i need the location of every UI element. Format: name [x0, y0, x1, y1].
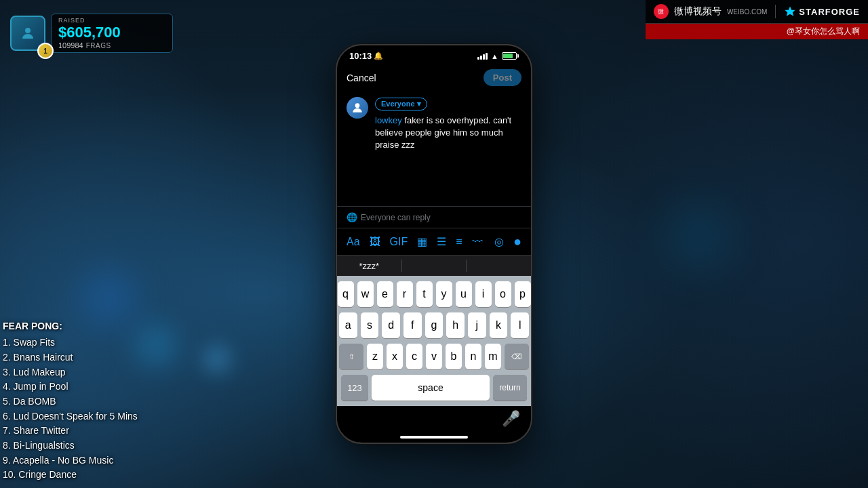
key-a[interactable]: a	[339, 312, 357, 338]
key-n[interactable]: n	[465, 344, 481, 369]
emoji-icon[interactable]: ☺	[348, 410, 363, 428]
bokeh-1	[81, 271, 136, 325]
key-p[interactable]: p	[515, 281, 531, 307]
sentinel-text: @琴女你怎么骂人啊	[787, 26, 860, 36]
key-z[interactable]: z	[367, 344, 383, 369]
bokeh-3	[203, 346, 231, 373]
key-u[interactable]: u	[456, 281, 472, 307]
key-g[interactable]: g	[425, 312, 443, 338]
signal-bar-1	[477, 57, 479, 60]
fear-pong-item-1: 1. Swap Fits	[3, 336, 138, 350]
key-x[interactable]: x	[387, 344, 403, 369]
hud-raised-label: RAISED	[58, 17, 165, 24]
battery-icon	[502, 52, 519, 60]
list-icon[interactable]: ☰	[437, 235, 446, 248]
key-d[interactable]: d	[382, 312, 400, 338]
chevron-down-icon: ▾	[417, 100, 421, 108]
key-o[interactable]: o	[495, 281, 511, 307]
fear-pong-item-3: 3. Lud Makeup	[3, 365, 138, 380]
fear-pong-item-8: 8. Bi-Lingualstics	[3, 439, 138, 453]
signal-bars	[477, 53, 488, 60]
phone: 10:13 🔔 ▲	[336, 44, 532, 444]
key-t[interactable]: t	[416, 281, 433, 307]
status-left: 10:13 🔔	[349, 51, 383, 61]
key-i[interactable]: i	[475, 281, 492, 307]
weibo-url: WEIBO.COM	[727, 8, 767, 16]
fear-pong-item-2: 2. Bnans Haircut	[3, 350, 138, 365]
audience-selector[interactable]: Everyone ▾	[375, 98, 427, 110]
home-indicator	[400, 436, 468, 439]
key-return[interactable]: return	[493, 375, 527, 401]
hud-topleft: 1 RAISED $605,700 109984 FRAGS	[10, 14, 173, 53]
key-k[interactable]: k	[490, 312, 508, 338]
tweet-header: Cancel Post	[337, 64, 531, 92]
fear-pong-item-4: 4. Jump in Pool	[3, 380, 138, 394]
signal-bar-2	[480, 56, 482, 60]
key-l[interactable]: l	[511, 312, 529, 338]
tweet-mention: lowkey	[375, 115, 402, 125]
header-right: Post	[484, 69, 521, 86]
hud-frags-count: 109984	[58, 41, 83, 49]
cancel-button[interactable]: Cancel	[347, 73, 376, 83]
image-format-icon[interactable]: Aa	[347, 236, 360, 248]
hud-info: RAISED $605,700 109984 FRAGS	[51, 14, 173, 53]
hud-frags-label: FRAGS	[86, 42, 111, 49]
key-r[interactable]: r	[397, 281, 413, 307]
waveform-icon[interactable]: 〰	[472, 236, 483, 248]
phone-screen: 10:13 🔔 ▲	[337, 45, 531, 443]
battery-tip	[517, 54, 519, 58]
key-space[interactable]: space	[372, 375, 490, 401]
tweet-compose: Everyone ▾ lowkey faker is so overhyped.…	[347, 97, 521, 151]
key-delete[interactable]: ⌫	[505, 344, 529, 369]
key-123[interactable]: 123	[341, 375, 368, 401]
wifi-icon: ▲	[491, 52, 498, 60]
phone-bottom: ☺ 🎤	[337, 406, 531, 433]
key-s[interactable]: s	[361, 312, 379, 338]
key-h[interactable]: h	[446, 312, 465, 338]
fear-pong-list: FEAR PONG: 1. Swap Fits 2. Bnans Haircut…	[0, 319, 138, 488]
signal-bar-3	[483, 54, 485, 60]
reply-notice-text: Everyone can reply	[361, 213, 431, 222]
key-b[interactable]: b	[446, 344, 462, 369]
bell-icon: 🔔	[374, 52, 383, 60]
thread-icon[interactable]: ◎	[494, 235, 504, 248]
keyboard-row-3: ⇧ z x c v b n m ⌫	[339, 344, 529, 369]
autocomplete-item-1[interactable]: *zzz*	[337, 261, 401, 271]
status-bar: 10:13 🔔 ▲	[337, 45, 531, 64]
gif-icon[interactable]: GIF	[390, 236, 408, 248]
phone-container: 10:13 🔔 ▲	[336, 44, 532, 444]
key-j[interactable]: j	[468, 312, 486, 338]
tweet-text: lowkey faker is so overhyped. can't beli…	[375, 115, 521, 152]
weibo-icon: 微	[654, 4, 669, 19]
audience-label: Everyone	[381, 100, 415, 108]
autocomplete-bar: *zzz*	[337, 255, 531, 276]
keyboard: q w e r t y u i o p a s d f g	[337, 276, 531, 406]
key-w[interactable]: w	[357, 281, 374, 307]
key-y[interactable]: y	[436, 281, 452, 307]
status-icons: ▲	[477, 52, 519, 60]
tweet-toolbar: Aa 🖼 GIF ▦ ☰ ≡ 〰 ◎ ●	[337, 228, 531, 255]
globe-icon: 🌐	[347, 212, 357, 222]
key-f[interactable]: f	[403, 312, 422, 338]
key-v[interactable]: v	[426, 344, 442, 369]
key-c[interactable]: c	[406, 344, 422, 369]
location-icon[interactable]: ≡	[456, 236, 462, 248]
key-q[interactable]: q	[338, 281, 354, 307]
reply-notice: 🌐 Everyone can reply	[337, 206, 531, 228]
key-e[interactable]: e	[377, 281, 393, 307]
hud-avatar-wrap: 1	[10, 16, 45, 51]
key-shift[interactable]: ⇧	[339, 344, 363, 369]
tweet-content: Everyone ▾ lowkey faker is so overhyped.…	[375, 97, 521, 151]
mic-icon[interactable]: 🎤	[502, 410, 520, 428]
bokeh-2	[136, 325, 176, 366]
poll-icon[interactable]: ▦	[417, 235, 427, 248]
circle-blue-icon[interactable]: ●	[513, 234, 521, 249]
divider	[775, 5, 776, 18]
photo-icon[interactable]: 🖼	[370, 236, 380, 248]
key-m[interactable]: m	[485, 344, 501, 369]
status-time: 10:13	[349, 51, 372, 61]
fear-pong-item-5: 5. Da BOMB	[3, 394, 138, 409]
battery-fill	[503, 54, 513, 58]
svg-point-2	[355, 103, 360, 108]
post-button[interactable]: Post	[484, 69, 521, 86]
